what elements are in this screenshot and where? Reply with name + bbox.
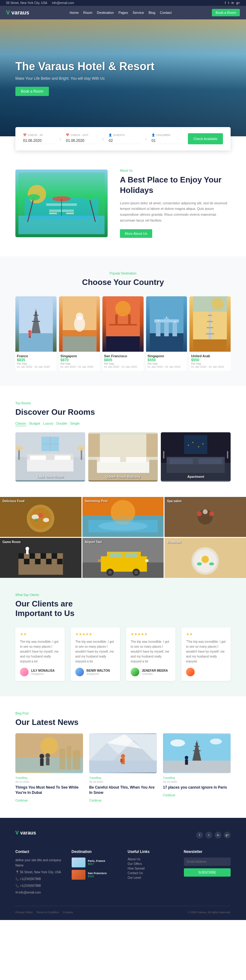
news-1-link[interactable]: Continue — [15, 799, 28, 802]
svg-point-52 — [211, 298, 224, 310]
svg-rect-15 — [19, 333, 53, 352]
dest-singapore-2[interactable]: Singapore $550 Per Day 01 Jan 2020 - 01 … — [146, 296, 187, 371]
about-description: Lorem ipsum dolor sit amet, consectetur … — [120, 200, 231, 223]
footer-dest-paris: Paris, France $557 — [71, 858, 119, 867]
svg-rect-148 — [73, 751, 80, 770]
footer-link-about[interactable]: About Us — [128, 858, 175, 861]
topbar-left: 56 Street, New York City, USA info@email… — [6, 1, 74, 5]
tab-double[interactable]: Double — [56, 422, 67, 426]
instagram-icon[interactable]: in — [232, 1, 234, 5]
sf-scene — [102, 296, 144, 352]
tab-budget[interactable]: Budget — [29, 422, 40, 426]
news-3-link[interactable]: Continue — [163, 794, 175, 797]
check-available-button[interactable]: Check Available — [188, 133, 223, 144]
testi-2-text: The trip was incredible. I got to see so… — [75, 640, 115, 664]
nav-pages[interactable]: Pages — [118, 11, 128, 14]
room-apartment[interactable]: Apartment — [161, 432, 231, 482]
hero-title: The Varaus Hotel & Resort — [15, 60, 231, 73]
svg-rect-143 — [40, 759, 43, 766]
footer-terms-link[interactable]: Terms & Condition — [36, 911, 59, 914]
footer-privacy-link[interactable]: Privacy Policy — [15, 911, 33, 914]
svg-rect-79 — [170, 458, 193, 464]
hero-content: The Varaus Hotel & Resort Make Your Life… — [15, 60, 231, 96]
checkout-input[interactable] — [66, 138, 97, 144]
tab-luxury[interactable]: Luxury — [43, 422, 53, 426]
news-2-link[interactable]: Continue — [89, 799, 102, 802]
nav-blog[interactable]: Blog — [149, 11, 155, 14]
footer-link-offers[interactable]: Our Offers — [128, 862, 175, 865]
dest-singapore-2-price: $550 — [148, 358, 186, 362]
dest-dubai[interactable]: United Arab $550 Per Day 01 Jan 2020 - 0… — [189, 296, 231, 371]
gallery-breakfast-label: Breakfast — [167, 540, 181, 544]
svg-point-34 — [115, 301, 131, 316]
checkin-input[interactable] — [23, 138, 55, 144]
dest-singapore-2-name: Singapore — [148, 354, 186, 358]
rooms-title: Discover Our Rooms — [15, 407, 231, 417]
hero-book-button[interactable]: Book a Room — [15, 87, 49, 96]
footer-google-icon[interactable]: g+ — [224, 832, 231, 838]
nav-contact[interactable]: Contact — [160, 11, 171, 14]
googleplus-icon[interactable]: g+ — [236, 1, 240, 5]
dubai-scene — [189, 296, 231, 352]
testi-title: Our Clients areImportant to Us — [15, 599, 231, 618]
svg-rect-112 — [52, 553, 57, 559]
dest-singapore-1[interactable]: Singapore $870 Per Day 01 Jan 2020 - 01 … — [59, 296, 100, 371]
svg-point-82 — [188, 445, 189, 446]
dest-france[interactable]: France $835 Per Day 01 Jan 2020 - 01 Jan… — [15, 296, 57, 371]
svg-point-105 — [209, 512, 214, 517]
tab-single[interactable]: Single — [70, 422, 79, 426]
about-more-button[interactable]: More About Us — [120, 229, 152, 238]
spa-scene — [165, 497, 246, 537]
room-lake-view[interactable]: Lake view Room — [15, 432, 85, 482]
about-image — [15, 170, 108, 237]
nav-service[interactable]: Service — [133, 11, 144, 14]
tab-classic[interactable]: Classic — [15, 422, 26, 426]
svg-point-142 — [40, 754, 44, 759]
dest-dubai-info: United Arab $550 Per Day 01 Jan 2020 - 0… — [189, 352, 231, 371]
svg-rect-110 — [30, 553, 35, 559]
dest-sf[interactable]: San Francisco $805 Per Day 01 Jan 2020 -… — [102, 296, 144, 371]
room-queen[interactable]: Queen Room Balcony — [88, 432, 158, 482]
footer-contact-title: Contact — [15, 850, 62, 854]
testi-4-text: "The trip was incredible. I got to see s… — [186, 640, 226, 664]
nav-actions: Book a Room — [212, 9, 240, 16]
svg-rect-31 — [109, 324, 137, 326]
footer-instagram-icon[interactable]: in — [215, 832, 221, 838]
footer-dest-paris-info: Paris, France $557 — [88, 859, 105, 865]
nav-book-button[interactable]: Book a Room — [212, 9, 240, 16]
twitter-icon[interactable]: t — [228, 1, 229, 5]
gallery-pool: Swimming Pool — [83, 497, 164, 537]
brand-logo: V varaus — [6, 10, 29, 16]
svg-rect-17 — [32, 321, 40, 322]
footer-link-level[interactable]: Our Level — [128, 876, 175, 880]
booking-divider-3: › — [145, 136, 147, 142]
dest-dubai-price: $550 — [191, 358, 229, 362]
destinations-section: Popular Destination Choose Your Country — [0, 256, 246, 386]
footer-cookies-link[interactable]: Cookies — [63, 911, 73, 914]
testi-3-avatar — [131, 668, 139, 676]
svg-rect-111 — [41, 553, 46, 559]
newsletter-subscribe-button[interactable]: SUBSCRIBE — [184, 868, 231, 877]
footer-facebook-icon[interactable]: f — [196, 832, 203, 838]
newsletter-email-input[interactable] — [184, 858, 231, 866]
svg-rect-9 — [66, 213, 74, 214]
facebook-icon[interactable]: f — [225, 1, 226, 5]
news-1-image — [15, 733, 83, 773]
svg-rect-123 — [110, 553, 122, 557]
topbar-email: info@email.com — [52, 1, 74, 5]
footer-link-contact[interactable]: Contact Us — [128, 871, 175, 875]
footer-columns: Contact define your site title and compa… — [15, 850, 231, 897]
footer-link-how[interactable]: How Spread — [128, 867, 175, 870]
testi-3-text: The trip was incredible. I got to see so… — [131, 640, 171, 664]
svg-point-166 — [210, 739, 222, 745]
svg-rect-87 — [227, 451, 229, 458]
guests-input[interactable] — [108, 138, 140, 144]
testi-1-text: The trip was incredible. I got to see so… — [20, 640, 60, 664]
testi-3-info: JENEFAR MEERA Australia — [142, 669, 168, 675]
nav-destination[interactable]: Destination — [97, 11, 114, 14]
footer-contact-email: ✉ info@email.com — [15, 890, 62, 895]
nav-room[interactable]: Room — [83, 11, 92, 14]
children-input[interactable] — [152, 138, 183, 144]
nav-home[interactable]: Home — [70, 11, 78, 14]
footer-twitter-icon[interactable]: t — [205, 832, 212, 838]
